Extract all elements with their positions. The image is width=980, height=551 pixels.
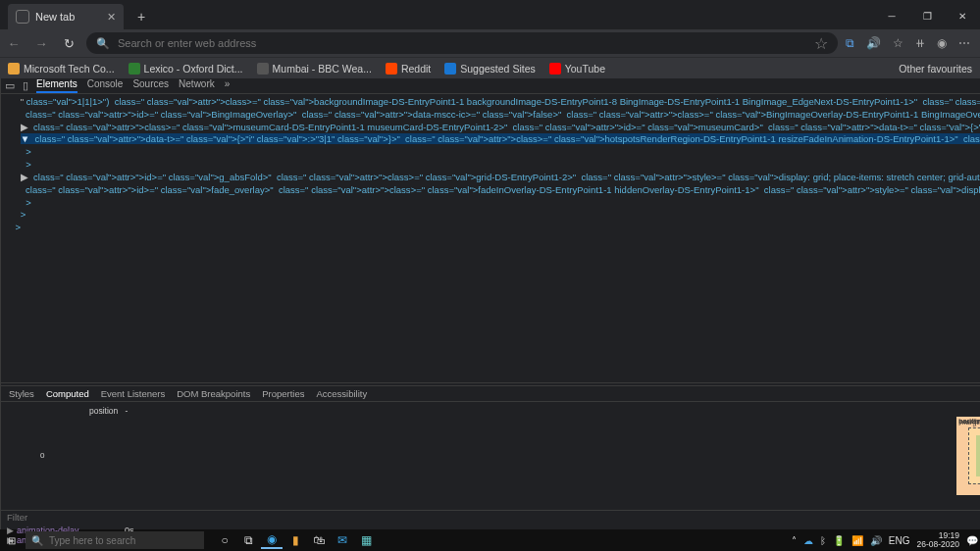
box-model-diagram[interactable]: position - 0 -556 margin 200.550 border …	[1, 402, 980, 510]
subtab-event-listeners[interactable]: Event Listeners	[101, 388, 165, 399]
bookmark-favicon	[386, 63, 397, 75]
devtools-tab-sources[interactable]: Sources	[132, 78, 169, 93]
favorite-star-icon[interactable]: ☆	[814, 34, 828, 53]
subtab-accessibility[interactable]: Accessibility	[317, 388, 368, 399]
language-indicator[interactable]: ENG	[889, 535, 910, 546]
date-label: 26-08-2020	[917, 540, 959, 549]
devtools-panel: ▭ ▯ Elements Console Sources Network » 2…	[0, 78, 980, 529]
photos-app-icon[interactable]: ▦	[355, 531, 377, 549]
mail-app-icon[interactable]: ✉	[332, 531, 353, 549]
collections-icon[interactable]: ⧺	[915, 36, 925, 50]
browser-tab[interactable]: New tab ✕	[8, 4, 124, 29]
favorites-icon[interactable]: ☆	[893, 36, 903, 50]
subtab-computed[interactable]: Computed	[46, 388, 89, 399]
devtools-toolbar: ▭ ▯ Elements Console Sources Network » 2…	[1, 78, 980, 94]
explorer-app-icon[interactable]: ▮	[284, 531, 306, 549]
subtab-properties[interactable]: Properties	[262, 388, 304, 399]
back-button[interactable]: ←	[4, 33, 24, 53]
task-view-icon[interactable]: ⧉	[237, 531, 259, 549]
bookmark-item[interactable]: Mumbai - BBC Wea...	[257, 63, 372, 75]
onedrive-icon[interactable]: ☁	[803, 535, 813, 546]
reload-button[interactable]: ↻	[59, 33, 78, 53]
subtab-styles[interactable]: Styles	[9, 388, 34, 399]
devtools-tab-more-icon[interactable]: »	[225, 78, 231, 93]
tray-chevron-icon[interactable]: ˄	[792, 535, 797, 546]
computed-filter-input[interactable]	[7, 512, 980, 523]
bluetooth-icon[interactable]: ᛒ	[820, 535, 826, 546]
bookmark-item[interactable]: YouTube	[549, 63, 605, 75]
devtools-tab-network[interactable]: Network	[179, 78, 215, 93]
store-app-icon[interactable]: 🛍	[308, 531, 330, 549]
battery-icon[interactable]: 🔋	[833, 535, 845, 546]
device-toggle-icon[interactable]: ▯	[23, 79, 28, 92]
bookmark-item[interactable]: Suggested Sites	[444, 63, 535, 75]
reading-list-icon[interactable]: ⧉	[846, 36, 854, 50]
box-left: 0	[40, 451, 44, 460]
devtools-subtabs: Styles Computed Event Listeners DOM Brea…	[1, 386, 980, 402]
search-icon: 🔍	[31, 535, 43, 546]
start-button[interactable]: ⊞	[0, 535, 24, 546]
notifications-icon[interactable]: 💬	[966, 535, 978, 546]
devtools-tab-console[interactable]: Console	[87, 78, 124, 93]
computed-filter-row: Show all	[1, 510, 980, 524]
bookmark-label: YouTube	[565, 63, 605, 75]
bookmark-favicon	[8, 63, 20, 75]
bookmark-label: Mumbai - BBC Wea...	[273, 63, 372, 75]
bookmark-label: Lexico - Oxford Dict...	[144, 63, 243, 75]
tab-favicon	[16, 10, 29, 24]
wifi-icon[interactable]: 📶	[851, 535, 863, 546]
bookmark-favicon	[129, 63, 140, 75]
bookmark-favicon	[549, 63, 561, 75]
bookmark-label: Suggested Sites	[460, 63, 535, 75]
bookmark-item[interactable]: Lexico - Oxford Dict...	[129, 63, 243, 75]
forward-button: →	[31, 33, 51, 53]
other-favourites[interactable]: Other favourites	[895, 63, 972, 75]
search-icon: 🔍	[96, 37, 110, 50]
new-tab-button[interactable]: +	[129, 5, 153, 28]
devtools-tab-elements[interactable]: Elements	[36, 78, 77, 93]
menu-icon[interactable]: ⋯	[958, 36, 970, 50]
edge-app-icon[interactable]: ◉	[261, 531, 283, 549]
clock[interactable]: 19:19 26-08-2020	[917, 531, 959, 550]
other-favourites-label: Other favourites	[899, 63, 972, 75]
bookmark-item[interactable]: Reddit	[386, 63, 431, 75]
browser-toolbar: ← → ↻ 🔍 ☆ ⧉ 🔊 ☆ ⧺ ◉ ⋯	[0, 29, 980, 57]
window-maximize-button[interactable]: ❐	[909, 2, 945, 29]
volume-icon[interactable]: 🔊	[870, 535, 882, 546]
window-minimize-button[interactable]: ─	[874, 2, 909, 29]
address-bar[interactable]: 🔍 ☆	[86, 32, 838, 54]
expand-icon[interactable]: ▶	[7, 526, 14, 535]
bookmark-favicon	[444, 63, 456, 75]
window-titlebar: New tab ✕ + ─ ❐ ✕	[0, 0, 980, 29]
bookmark-label: Reddit	[401, 63, 431, 75]
sound-icon[interactable]: 🔊	[866, 36, 881, 50]
bookmark-favicon	[257, 63, 269, 75]
bookmark-item[interactable]: Microsoft Tech Co...	[8, 63, 115, 75]
taskbar-search-input[interactable]	[49, 535, 198, 546]
address-input[interactable]	[118, 37, 806, 49]
taskbar-search[interactable]: 🔍	[26, 531, 204, 549]
tab-title: New tab	[35, 11, 75, 23]
bookmark-label: Microsoft Tech Co...	[24, 63, 115, 75]
window-close-button[interactable]: ✕	[945, 2, 980, 29]
bookmarks-bar: Microsoft Tech Co... Lexico - Oxford Dic…	[0, 57, 980, 78]
subtab-dom-breakpoints[interactable]: DOM Breakpoints	[177, 388, 250, 399]
close-tab-icon[interactable]: ✕	[107, 11, 116, 24]
inspect-element-icon[interactable]: ▭	[5, 79, 15, 92]
elements-tree[interactable]: " class="val">1|1|1>") class=" class="va…	[1, 94, 980, 382]
cortana-icon[interactable]: ○	[214, 531, 235, 549]
profile-icon[interactable]: ◉	[937, 36, 947, 50]
